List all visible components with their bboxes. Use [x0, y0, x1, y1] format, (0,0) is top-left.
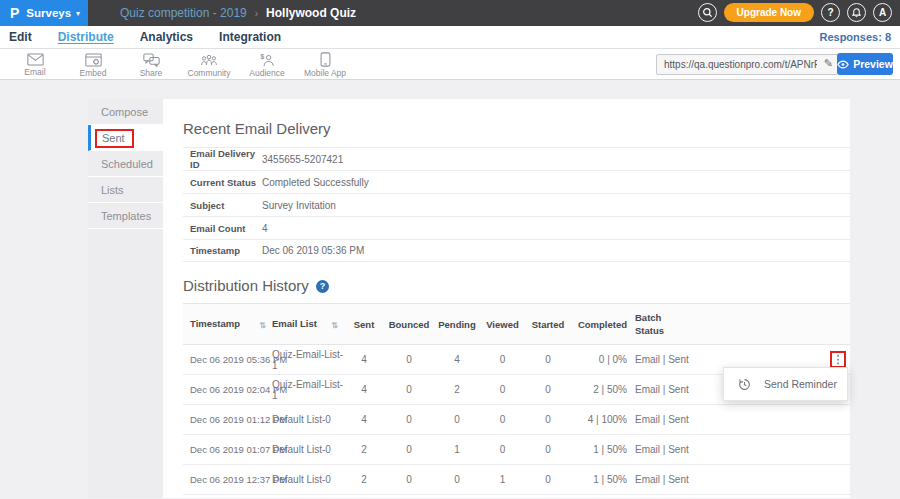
- cell-viewed: 0: [480, 405, 525, 435]
- cell-actions: [705, 405, 850, 435]
- breadcrumb-current: Hollywood Quiz: [266, 6, 356, 20]
- table-row: Dec 06 2019 01:12 PMDefault List-0400004…: [183, 405, 850, 435]
- cell-sent: 4: [344, 345, 384, 375]
- table-row: Dec 06 2019 01:07 PMDefault List-0201001…: [183, 435, 850, 465]
- sidebar-item-compose[interactable]: Compose: [88, 99, 163, 125]
- column-header-bounced: Bounced: [384, 304, 434, 345]
- send-reminder-item[interactable]: Send Reminder: [764, 378, 837, 390]
- channel-share[interactable]: Share: [122, 49, 180, 79]
- cell-completed: 1 | 50%: [571, 465, 635, 495]
- cell-viewed: 0: [480, 375, 525, 405]
- sidebar-item-scheduled[interactable]: Scheduled: [88, 151, 163, 177]
- sidebar-item-label: Templates: [101, 210, 151, 222]
- sidebar-item-sent[interactable]: Sent: [88, 125, 163, 151]
- sort-icon[interactable]: ⇅: [259, 321, 266, 330]
- tab-integration[interactable]: Integration: [219, 30, 281, 44]
- cell-pending: 0: [434, 465, 480, 495]
- sidebar-item-templates[interactable]: Templates: [88, 203, 163, 229]
- cell-pending: 1: [434, 435, 480, 465]
- cell-started: 0: [525, 345, 571, 375]
- sidebar-item-label: Compose: [101, 106, 148, 118]
- recent-delivery-details: Email Delivery ID3455655-5207421Current …: [183, 147, 850, 262]
- search-button[interactable]: [698, 3, 717, 22]
- row-menu-button[interactable]: ⋮: [833, 353, 844, 365]
- cell-sent: 4: [344, 375, 384, 405]
- sidebar-item-lists[interactable]: Lists: [88, 177, 163, 203]
- email-icon: [27, 53, 44, 66]
- cell-bounced: 0: [384, 345, 434, 375]
- avatar[interactable]: A: [873, 3, 892, 22]
- channel-audience[interactable]: $ Audience: [238, 49, 296, 79]
- cell-timestamp: Dec 06 2019 05:36 PM: [183, 345, 272, 375]
- mobile-app-icon: [320, 52, 331, 67]
- cell-started: 0: [525, 465, 571, 495]
- content-area: ComposeSentScheduledListsTemplates Recen…: [0, 80, 900, 498]
- cell-completed: 1 | 50%: [571, 435, 635, 465]
- cell-sent: 2: [344, 465, 384, 495]
- preview-button[interactable]: Preview: [837, 53, 893, 75]
- cell-actions: [705, 435, 850, 465]
- upgrade-now-button[interactable]: Upgrade Now: [724, 3, 814, 22]
- cell-timestamp: Dec 06 2019 12:37 PM: [183, 465, 272, 495]
- embed-icon: [85, 53, 102, 67]
- detail-row: SubjectSurvey Invitation: [183, 193, 850, 216]
- detail-row: TimestampDec 06 2019 05:36 PM: [183, 239, 850, 262]
- product-menu-label: Surveys: [26, 7, 71, 19]
- channel-mobile-app[interactable]: Mobile App: [296, 49, 354, 79]
- annotation-box-menu: ⋮: [830, 351, 846, 368]
- responses-count[interactable]: Responses: 8: [819, 31, 891, 43]
- edit-url-icon[interactable]: ✎: [824, 57, 833, 70]
- column-header-sent: Sent: [344, 304, 384, 345]
- detail-value: 4: [262, 223, 268, 234]
- cell-bounced: 0: [384, 435, 434, 465]
- cell-timestamp: Dec 06 2019 01:12 PM: [183, 405, 272, 435]
- sidebar-item-label: Scheduled: [101, 158, 153, 170]
- tab-distribute[interactable]: Distribute: [58, 30, 114, 44]
- cell-completed: 2 | 50%: [571, 375, 635, 405]
- notifications-button[interactable]: [847, 3, 866, 22]
- send-reminder-icon: [738, 378, 751, 391]
- context-menu: Send Reminder: [723, 367, 848, 401]
- channel-embed[interactable]: Embed: [64, 49, 122, 79]
- distribution-history-title: Distribution History ?: [183, 276, 850, 296]
- detail-row: Current StatusCompleted Successfully: [183, 170, 850, 193]
- cell-email-list: Default List-0: [272, 405, 344, 435]
- cell-email-list: Default List-0: [272, 435, 344, 465]
- column-header-actions: [705, 304, 850, 345]
- tab-analytics[interactable]: Analytics: [140, 30, 193, 44]
- cell-viewed: 0: [480, 345, 525, 375]
- detail-label: Email Count: [183, 223, 262, 234]
- survey-url-input[interactable]: [656, 54, 838, 75]
- cell-pending: 4: [434, 345, 480, 375]
- cell-batch-status: Email | Sent: [635, 375, 705, 405]
- channel-community[interactable]: Community: [180, 49, 238, 79]
- help-button[interactable]: ?: [821, 3, 840, 22]
- cell-started: 0: [525, 405, 571, 435]
- column-header-email-list[interactable]: Email List⇅: [272, 304, 344, 345]
- top-bar: P Surveys ▾ Quiz competition - 2019 › Ho…: [0, 0, 900, 26]
- annotation-box-sent: Sent: [95, 129, 134, 148]
- detail-label: Email Delivery ID: [183, 148, 262, 170]
- detail-value: Survey Invitation: [262, 200, 336, 211]
- column-header-batch-status: Batch Status: [635, 304, 705, 345]
- cell-timestamp: Dec 06 2019 01:07 PM: [183, 435, 272, 465]
- breadcrumb-separator: ›: [255, 8, 258, 19]
- svg-text:$: $: [260, 53, 264, 61]
- tab-edit[interactable]: Edit: [9, 30, 32, 44]
- distribute-toolbar: Email Embed Share Community $ Audience M…: [0, 49, 900, 80]
- help-tooltip-icon[interactable]: ?: [316, 280, 329, 293]
- questionpro-logo: P: [10, 5, 19, 21]
- column-header-timestamp[interactable]: Timestamp⇅: [183, 304, 272, 345]
- chevron-down-icon: ▾: [76, 9, 80, 18]
- cell-viewed: 0: [480, 435, 525, 465]
- breadcrumb-parent[interactable]: Quiz competition - 2019: [120, 6, 247, 20]
- surveys-menu[interactable]: P Surveys ▾: [0, 0, 88, 26]
- cell-completed: 0 | 0%: [571, 345, 635, 375]
- recent-delivery-title: Recent Email Delivery: [183, 119, 850, 139]
- channel-email[interactable]: Email: [6, 49, 64, 79]
- sort-icon[interactable]: ⇅: [331, 321, 338, 330]
- cell-batch-status: Email | Sent: [635, 465, 705, 495]
- main-panel: Recent Email Delivery Email Delivery ID3…: [163, 99, 850, 498]
- detail-label: Subject: [183, 200, 262, 211]
- detail-value: 3455655-5207421: [262, 154, 343, 165]
